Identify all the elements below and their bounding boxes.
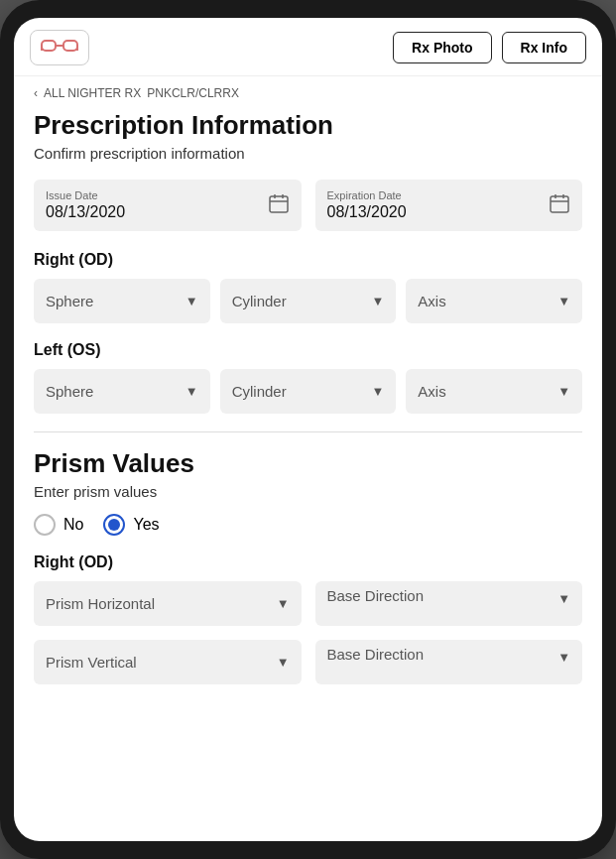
expiration-date-value: 08/13/2020 — [327, 203, 407, 221]
breadcrumb: ‹ ALL NIGHTER RX PNKCLR/CLRRX — [34, 86, 582, 100]
right-cylinder-label: Cylinder — [232, 293, 287, 309]
base-direction-1-arrow-icon: ▼ — [557, 591, 570, 606]
base-direction-1-label: Base Direction — [327, 587, 425, 604]
date-row: Issue Date 08/13/2020 Expira — [34, 180, 582, 231]
right-cylinder-dropdown[interactable]: Cylinder ▼ — [220, 279, 397, 323]
issue-date-value: 08/13/2020 — [46, 203, 125, 221]
issue-date-label: Issue Date — [46, 189, 125, 201]
base-direction-1-dropdown[interactable]: ▼ Base Direction — [315, 581, 583, 626]
right-axis-arrow-icon: ▼ — [557, 294, 570, 308]
top-nav-buttons: Rx Photo Rx Info — [393, 32, 586, 63]
right-od-dropdown-row: Sphere ▼ Cylinder ▼ Axis ▼ — [34, 279, 582, 323]
radio-yes[interactable]: Yes — [103, 514, 159, 536]
left-axis-arrow-icon: ▼ — [557, 384, 570, 399]
left-sphere-dropdown[interactable]: Sphere ▼ — [34, 369, 210, 414]
expiration-date-field[interactable]: Expiration Date 08/13/2020 — [315, 180, 583, 231]
left-cylinder-arrow-icon: ▼ — [371, 384, 384, 399]
prism-horizontal-row: Prism Horizontal ▼ ▼ Base Direction — [34, 581, 582, 626]
prism-values-title: Prism Values — [34, 448, 582, 479]
rx-photo-button[interactable]: Rx Photo — [393, 32, 491, 63]
radio-no[interactable]: No — [34, 514, 83, 536]
prism-radio-group: No Yes — [34, 514, 582, 536]
glasses-logo — [30, 30, 89, 65]
prism-horizontal-arrow-icon: ▼ — [277, 596, 290, 611]
prism-horizontal-dropdown[interactable]: Prism Horizontal ▼ — [34, 581, 302, 626]
prism-right-od-label: Right (OD) — [34, 553, 582, 571]
left-sphere-label: Sphere — [46, 383, 93, 400]
svg-rect-5 — [270, 196, 288, 212]
svg-rect-9 — [551, 196, 568, 212]
radio-yes-inner — [108, 519, 120, 531]
expiration-date-inner: Expiration Date 08/13/2020 — [327, 189, 407, 221]
left-sphere-arrow-icon: ▼ — [185, 384, 198, 399]
prism-values-subtitle: Enter prism values — [34, 483, 582, 500]
top-bar: Rx Photo Rx Info — [14, 18, 602, 76]
radio-yes-label: Yes — [133, 516, 159, 534]
prism-horizontal-label: Prism Horizontal — [46, 595, 155, 612]
svg-rect-1 — [63, 41, 77, 51]
tablet-screen: Rx Photo Rx Info ‹ ALL NIGHTER RX PNKCLR… — [14, 18, 602, 841]
prism-vertical-arrow-icon: ▼ — [277, 655, 290, 670]
prescription-info-title: Prescription Information — [34, 110, 582, 141]
radio-no-circle — [34, 514, 56, 536]
expiration-date-label: Expiration Date — [327, 189, 407, 201]
left-os-label: Left (OS) — [34, 341, 582, 359]
issue-date-field[interactable]: Issue Date 08/13/2020 — [34, 180, 302, 231]
left-cylinder-label: Cylinder — [232, 383, 287, 400]
svg-rect-0 — [42, 41, 56, 51]
breadcrumb-back[interactable]: ALL NIGHTER RX — [44, 86, 141, 100]
right-cylinder-arrow-icon: ▼ — [371, 294, 384, 308]
right-sphere-dropdown[interactable]: Sphere ▼ — [34, 279, 210, 323]
rx-info-button[interactable]: Rx Info — [502, 32, 586, 63]
left-cylinder-dropdown[interactable]: Cylinder ▼ — [220, 369, 397, 414]
left-os-dropdown-row: Sphere ▼ Cylinder ▼ Axis ▼ — [34, 369, 582, 414]
left-axis-label: Axis — [418, 383, 445, 400]
right-sphere-label: Sphere — [46, 293, 93, 309]
base-direction-2-label: Base Direction — [327, 646, 425, 663]
section-divider — [34, 431, 582, 432]
prism-vertical-label: Prism Vertical — [46, 654, 137, 671]
right-sphere-arrow-icon: ▼ — [185, 294, 198, 308]
breadcrumb-chevron-icon: ‹ — [34, 86, 38, 100]
radio-no-label: No — [63, 516, 83, 534]
issue-date-inner: Issue Date 08/13/2020 — [46, 189, 125, 221]
radio-yes-circle — [103, 514, 125, 536]
prism-vertical-dropdown[interactable]: Prism Vertical ▼ — [34, 640, 302, 684]
issue-date-calendar-icon — [268, 192, 290, 219]
right-axis-label: Axis — [418, 293, 445, 309]
right-axis-dropdown[interactable]: Axis ▼ — [406, 279, 582, 323]
base-direction-2-dropdown[interactable]: ▼ Base Direction — [315, 640, 583, 684]
right-od-label: Right (OD) — [34, 251, 582, 269]
content-area: ‹ ALL NIGHTER RX PNKCLR/CLRRX Prescripti… — [14, 76, 602, 841]
breadcrumb-current: PNKCLR/CLRRX — [147, 86, 239, 100]
prescription-info-subtitle: Confirm prescription information — [34, 145, 582, 162]
left-axis-dropdown[interactable]: Axis ▼ — [406, 369, 582, 414]
prism-vertical-row: Prism Vertical ▼ ▼ Base Direction — [34, 640, 582, 684]
tablet-frame: Rx Photo Rx Info ‹ ALL NIGHTER RX PNKCLR… — [0, 0, 616, 859]
expiration-date-calendar-icon — [549, 192, 570, 219]
base-direction-2-arrow-icon: ▼ — [557, 650, 570, 665]
